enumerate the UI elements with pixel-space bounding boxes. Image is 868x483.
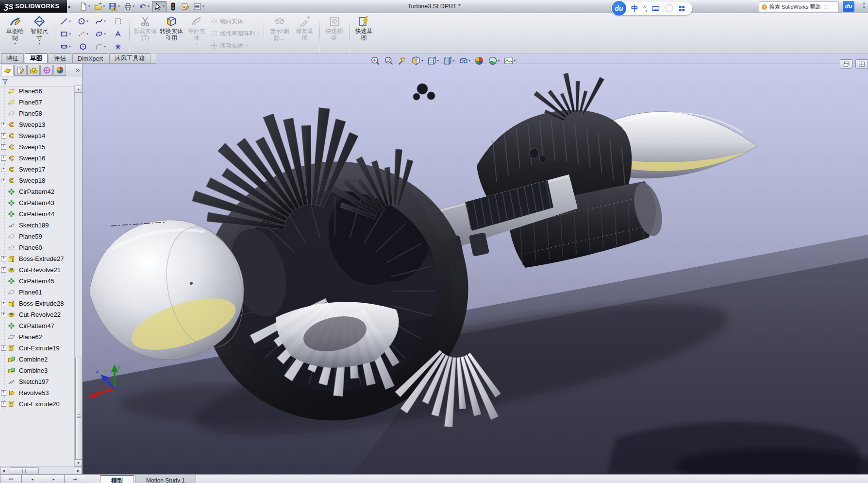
spline-tool-button[interactable]: ▾ [92, 16, 109, 27]
tree-vertical-scrollbar[interactable]: ▲ ▼ [74, 86, 82, 466]
tab-沐风工具箱[interactable]: 沐风工具箱 [109, 53, 150, 63]
view-selector-button[interactable] [397, 55, 408, 66]
fillet-tool-button[interactable]: ▾ [92, 41, 109, 52]
tab-scroll-button-0[interactable]: ⏮ [0, 475, 21, 483]
feature-tree-item[interactable]: +Cut-Revolve21 [0, 264, 74, 276]
feature-tree-item[interactable]: CirPattern42 [0, 186, 74, 197]
scroll-left-button[interactable]: ◀ [0, 467, 7, 474]
expand-toggle[interactable]: + [1, 167, 6, 172]
ribbon-quick-snaps-button[interactable]: 快速捕捉 [322, 14, 347, 53]
expand-toggle[interactable]: + [1, 133, 6, 138]
hide-show-items-button[interactable]: ▾ [458, 55, 471, 66]
window-restore-button[interactable] [840, 59, 852, 69]
statusbar-tab-模型[interactable]: 模型 [100, 475, 134, 483]
feature-tree-item[interactable]: CirPattern45 [0, 276, 74, 287]
feature-tree-item[interactable]: CirPattern47 [0, 320, 74, 331]
edit-appearance-button[interactable] [474, 55, 484, 66]
zoom-fit-button[interactable] [370, 55, 381, 66]
panel-tab-configuration-manager[interactable] [27, 65, 40, 76]
circle-tool-button[interactable]: ▾ [74, 16, 92, 27]
expand-toggle[interactable]: + [1, 256, 6, 261]
feature-tree-item[interactable]: +Boss-Extrude27 [0, 253, 74, 264]
print-button[interactable]: ▾ [122, 1, 136, 12]
ribbon-display-delete-button[interactable]: 显示/删除... [267, 14, 293, 53]
select-button[interactable]: ▾ [152, 1, 167, 12]
feature-tree-item[interactable]: Plane61 [0, 287, 74, 298]
expand-toggle[interactable]: + [1, 312, 6, 317]
panel-tab-display-manager[interactable] [53, 65, 66, 76]
scroll-up-button[interactable]: ▲ [75, 86, 82, 93]
feature-tree-item[interactable]: +Sweep13 [0, 119, 74, 130]
feature-tree-item[interactable]: Combine2 [0, 354, 74, 365]
feature-tree-item[interactable]: Plane57 [0, 97, 74, 108]
polygon-tool-button[interactable] [74, 41, 92, 52]
ribbon-linear-pattern-button[interactable]: 线性草图阵列▾ [209, 28, 261, 39]
feature-tree-item[interactable]: +Cut-Extrude19 [0, 343, 74, 354]
feature-tree-item[interactable]: Plane62 [0, 331, 74, 343]
feature-tree-item[interactable]: +Revolve53 [0, 387, 74, 398]
baidu-ime-logo[interactable]: du [612, 1, 626, 16]
ribbon-repair-sketch-button[interactable]: 修复草图 [293, 14, 317, 53]
ribbon-mirror-entities-button[interactable]: 镜向实体 [209, 16, 261, 27]
view-settings-button[interactable]: ▾ [503, 55, 517, 66]
tab-scroll-button-3[interactable]: ⏭ [64, 475, 85, 483]
expand-toggle[interactable]: + [1, 144, 6, 150]
ribbon-smart-dimension-button[interactable]: 智能尺寸▾ [27, 14, 51, 53]
menu-expand-arrow-icon[interactable]: ▸ [68, 4, 71, 9]
tree-horizontal-scrollbar[interactable]: ◀ ▶ [0, 466, 82, 474]
ime-circle-icon[interactable] [665, 4, 673, 13]
panel-overflow-chevron-icon[interactable] [74, 68, 80, 73]
tab-特征[interactable]: 特征 [1, 53, 24, 63]
feature-tree-item[interactable]: Sketch189 [0, 220, 74, 231]
new-document-button[interactable]: ▾ [78, 1, 92, 12]
rebuild-button[interactable] [167, 1, 179, 12]
save-button[interactable]: ▾ [107, 1, 121, 12]
points-tool-button[interactable]: ▾ [74, 28, 92, 40]
ribbon-trim-entities-button[interactable]: 剪裁实体(T) [132, 14, 158, 53]
vertical-scroll-thumb[interactable] [75, 358, 83, 475]
selection-box-tool-button[interactable] [109, 16, 127, 27]
expand-toggle[interactable]: + [1, 301, 6, 306]
expand-toggle[interactable]: + [1, 390, 6, 396]
ribbon-offset-entities-button[interactable]: 等距实体▾ [184, 14, 209, 53]
feature-tree-item[interactable]: +Cut-Revolve22 [0, 309, 74, 320]
slot-tool-button[interactable]: ▾ [57, 41, 74, 52]
feature-tree-item[interactable]: +Cut-Extrude20 [0, 398, 74, 410]
ribbon-rapid-sketch-button[interactable]: 快速草图 [352, 14, 376, 53]
panel-tab-feature-manager[interactable] [1, 65, 14, 76]
feature-tree-item[interactable]: +Sweep14 [0, 130, 74, 141]
options-button[interactable]: ▾ [192, 1, 206, 12]
expand-toggle[interactable]: + [1, 345, 6, 351]
ribbon-move-entities-button[interactable]: 移动实体▾ [209, 40, 261, 52]
horizontal-scroll-thumb[interactable] [10, 467, 39, 475]
scroll-down-button[interactable]: ▼ [75, 459, 82, 466]
file-properties-button[interactable] [180, 1, 191, 12]
line-tool-button[interactable]: ▾ [57, 16, 74, 27]
ribbon-convert-entities-button[interactable]: 转换实体引用 [158, 14, 184, 53]
ribbon-sketch-draw-button[interactable]: 草图绘制▾ [3, 14, 27, 53]
tab-DimXpert[interactable]: DimXpert [72, 53, 108, 63]
scroll-right-button[interactable]: ▶ [75, 467, 82, 474]
ellipse-tool-button[interactable]: ▾ [92, 28, 109, 40]
viewport-3d[interactable]: x y z [83, 64, 868, 474]
open-button[interactable]: ▾ [93, 1, 107, 12]
statusbar-tab-Motion Study 1[interactable]: Motion Study 1 [135, 475, 196, 483]
feature-tree-item[interactable]: Plane60 [0, 242, 74, 253]
rectangle-tool-button[interactable]: ▾ [57, 28, 74, 40]
apply-scene-button[interactable]: ▾ [487, 55, 501, 66]
feature-tree-item[interactable]: +Boss-Extrude28 [0, 298, 74, 309]
expand-toggle[interactable]: + [1, 178, 6, 183]
display-style-button[interactable]: ▾ [442, 55, 455, 66]
feature-tree-item[interactable]: Plane56 [0, 86, 74, 97]
ime-keyboard-icon[interactable] [651, 4, 660, 13]
tab-评估[interactable]: 评估 [49, 53, 71, 63]
zoom-area-button[interactable] [384, 55, 394, 66]
feature-tree-item[interactable]: +Sweep18 [0, 175, 74, 186]
ime-toolbar[interactable]: du 中 °, [611, 1, 692, 15]
expand-toggle[interactable]: + [1, 267, 6, 273]
window-layout-button[interactable] [855, 59, 868, 69]
panel-tab-property-manager[interactable] [14, 65, 27, 76]
feature-tree-item[interactable]: Combine3 [0, 365, 74, 376]
feature-tree-item[interactable]: +Sweep15 [0, 141, 74, 153]
expand-toggle[interactable]: + [1, 155, 6, 161]
